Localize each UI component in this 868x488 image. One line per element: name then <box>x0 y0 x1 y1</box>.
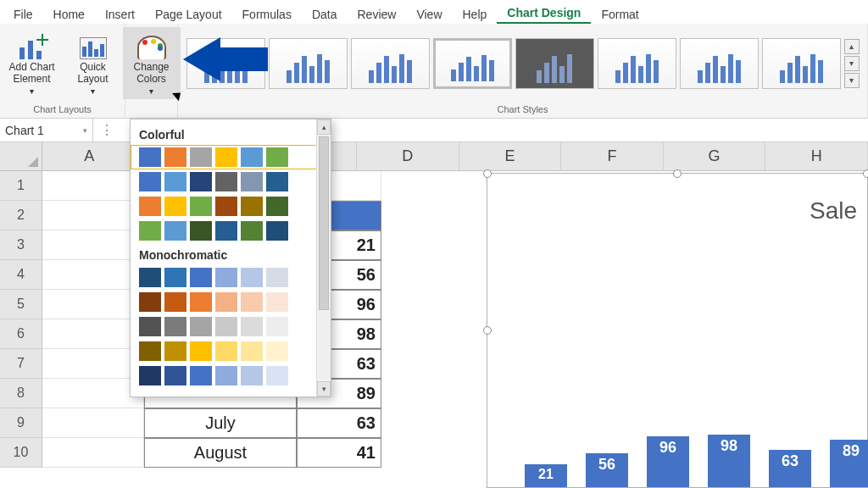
fx-icon: ⋮ <box>93 122 120 138</box>
chart-style-4[interactable] <box>433 38 512 89</box>
color-swatch <box>139 221 161 241</box>
embedded-chart[interactable]: Sale 21 56 96 98 63 89 <box>487 173 868 488</box>
annotation-arrow <box>183 37 268 81</box>
add-chart-element-button[interactable]: Add Chart Element <box>3 27 61 99</box>
color-swatch <box>164 366 186 385</box>
mouse-cursor-icon <box>173 88 183 102</box>
color-swatch <box>215 221 237 241</box>
color-swatch <box>266 147 288 167</box>
color-swatch <box>190 341 212 361</box>
col-header[interactable]: G <box>664 142 766 171</box>
color-scheme-option[interactable] <box>131 194 331 219</box>
color-scheme-option[interactable] <box>131 219 331 243</box>
color-swatch <box>190 317 212 336</box>
scroll-up-button[interactable]: ▴ <box>317 119 331 135</box>
tab-formulas[interactable]: Formulas <box>232 4 302 24</box>
row-header[interactable]: 7 <box>0 349 42 379</box>
color-swatch <box>164 221 186 241</box>
tab-view[interactable]: View <box>406 4 452 24</box>
color-scheme-option[interactable] <box>131 314 331 339</box>
group-label-layouts: Chart Layouts <box>33 103 91 118</box>
color-swatch <box>164 317 186 336</box>
color-scheme-option[interactable] <box>131 265 331 290</box>
chart-style-6[interactable] <box>598 38 676 89</box>
color-swatch <box>190 292 212 312</box>
tab-help[interactable]: Help <box>453 4 498 24</box>
ribbon: Add Chart Element Quick Layout Chart Lay… <box>0 24 868 119</box>
tab-review[interactable]: Review <box>348 4 407 24</box>
dropdown-scrollbar: ▴ ▾ <box>316 119 331 396</box>
row-header[interactable]: 3 <box>0 230 42 260</box>
color-scheme-option[interactable] <box>131 339 331 363</box>
color-swatch <box>266 317 288 336</box>
color-scheme-option[interactable] <box>131 169 331 194</box>
color-swatch <box>164 197 186 216</box>
color-scheme-option[interactable] <box>131 363 331 388</box>
color-scheme-option[interactable] <box>131 145 331 169</box>
name-box[interactable]: Chart 1 <box>0 119 93 141</box>
color-swatch <box>241 317 263 336</box>
color-swatch <box>241 197 263 216</box>
row-header[interactable]: 2 <box>0 201 42 230</box>
chart-style-3[interactable] <box>351 38 430 89</box>
col-header[interactable]: A <box>42 142 136 171</box>
styles-scroll-more[interactable]: ▾ <box>844 73 860 88</box>
color-swatch <box>266 197 288 216</box>
styles-scroll-down[interactable]: ▾ <box>844 56 860 71</box>
tab-home[interactable]: Home <box>43 4 95 24</box>
change-colors-dropdown: Colorful Monochromatic ▴ ▾ <box>130 119 331 397</box>
color-swatch <box>190 197 212 216</box>
col-header[interactable]: F <box>561 142 664 171</box>
chart-styles-gallery: ▴ ▾ ▾ <box>183 24 863 103</box>
chart-style-7[interactable] <box>680 38 759 89</box>
row-header[interactable]: 8 <box>0 379 42 408</box>
select-all-corner[interactable] <box>0 142 42 171</box>
row-header[interactable]: 10 <box>0 438 42 468</box>
col-header[interactable]: D <box>357 142 459 171</box>
color-swatch <box>139 172 161 191</box>
color-scheme-option[interactable] <box>131 290 331 314</box>
color-swatch <box>139 317 161 336</box>
row-header[interactable]: 4 <box>0 260 42 290</box>
ribbon-tabs: File Home Insert Page Layout Formulas Da… <box>0 0 868 24</box>
color-swatch <box>215 172 237 191</box>
row-header[interactable]: 1 <box>0 171 42 201</box>
styles-scroll-up[interactable]: ▴ <box>844 39 860 54</box>
color-swatch <box>190 221 212 241</box>
color-swatch <box>139 268 161 287</box>
color-swatch <box>266 366 288 385</box>
color-swatch <box>266 172 288 191</box>
chart-style-2[interactable] <box>269 38 348 89</box>
color-swatch <box>164 147 186 167</box>
color-swatch <box>139 292 161 312</box>
section-colorful: Colorful <box>131 123 331 145</box>
scroll-down-button[interactable]: ▾ <box>317 381 331 396</box>
chart-style-8[interactable] <box>762 38 841 89</box>
color-swatch <box>266 221 288 241</box>
row-header[interactable]: 5 <box>0 290 42 319</box>
change-colors-button[interactable]: Change Colors <box>123 27 181 99</box>
color-swatch <box>215 341 237 361</box>
chart-style-5[interactable] <box>515 38 594 89</box>
color-swatch <box>241 366 263 385</box>
tab-insert[interactable]: Insert <box>95 4 145 24</box>
tab-chart-design[interactable]: Chart Design <box>497 3 591 24</box>
row-header[interactable]: 9 <box>0 408 42 438</box>
quick-layout-button[interactable]: Quick Layout <box>64 27 122 99</box>
tab-file[interactable]: File <box>3 4 43 24</box>
color-swatch <box>139 341 161 361</box>
col-header[interactable]: E <box>459 142 562 171</box>
color-swatch <box>241 172 263 191</box>
scroll-thumb[interactable] <box>319 136 329 310</box>
color-swatch <box>215 268 237 287</box>
tab-format[interactable]: Format <box>591 4 648 24</box>
tab-data[interactable]: Data <box>302 4 348 24</box>
color-swatch <box>241 147 263 167</box>
color-swatch <box>241 292 263 312</box>
row-header[interactable]: 6 <box>0 319 42 349</box>
chart-title[interactable]: Sale <box>810 197 857 225</box>
tab-page-layout[interactable]: Page Layout <box>145 4 232 24</box>
col-header[interactable]: H <box>765 142 868 171</box>
color-swatch <box>164 172 186 191</box>
color-swatch <box>190 366 212 385</box>
